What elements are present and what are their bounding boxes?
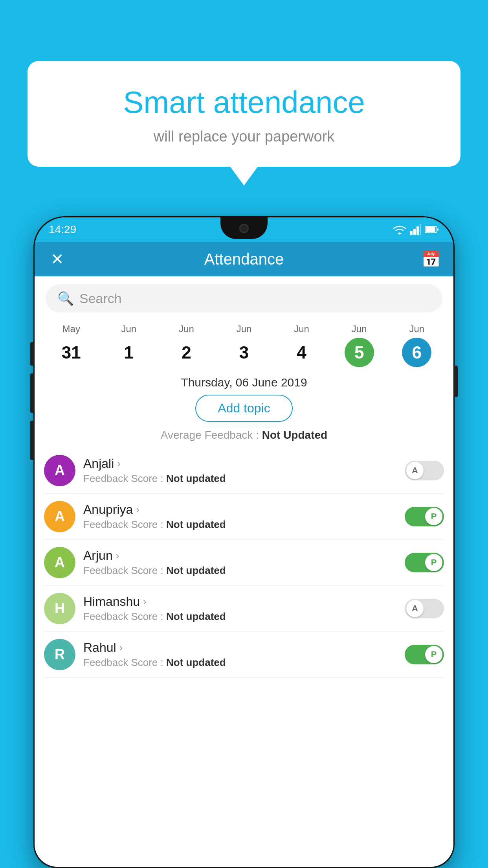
date-item-3[interactable]: Jun3	[215, 324, 273, 367]
toggle-container: P	[405, 553, 444, 572]
phone-screen: 14:29 ✕ Attendan	[35, 217, 453, 867]
date-month: Jun	[158, 324, 215, 335]
date-item-2[interactable]: Jun2	[158, 324, 215, 367]
student-chevron: ›	[117, 458, 121, 470]
toggle-knob: P	[425, 508, 442, 525]
student-chevron: ›	[119, 642, 123, 654]
toggle-knob: P	[425, 646, 442, 663]
student-name[interactable]: Himanshu ›	[83, 594, 397, 609]
toggle-container: P	[405, 645, 444, 664]
student-item: AAnjali ›Feedback Score : Not updatedA	[44, 448, 444, 494]
speech-bubble-container: Smart attendance will replace your paper…	[28, 61, 460, 167]
selected-date-label: Thursday, 06 June 2019	[35, 367, 453, 395]
search-icon: 🔍	[57, 291, 74, 306]
student-feedback: Feedback Score : Not updated	[83, 473, 397, 485]
svg-rect-1	[413, 229, 416, 235]
volume-down-button	[30, 373, 34, 413]
search-bar-container: 🔍 Search	[35, 276, 453, 316]
phone-notch	[220, 217, 268, 239]
student-info: Anupriya ›Feedback Score : Not updated	[83, 502, 397, 531]
svg-rect-0	[410, 231, 413, 235]
toggle-container: A	[405, 461, 444, 480]
svg-rect-3	[420, 224, 421, 235]
front-camera	[239, 224, 249, 233]
student-feedback: Feedback Score : Not updated	[83, 657, 397, 669]
attendance-toggle[interactable]: P	[405, 553, 444, 572]
student-avatar: A	[44, 455, 75, 486]
toggle-knob: A	[406, 462, 424, 479]
avg-feedback-label: Average Feedback :	[161, 429, 259, 441]
phone-frame: 14:29 ✕ Attendan	[33, 216, 455, 868]
status-time: 14:29	[49, 223, 76, 236]
date-month: Jun	[100, 324, 158, 335]
bubble-title: Smart attendance	[47, 85, 441, 120]
student-chevron: ›	[136, 504, 139, 516]
toggle-container: A	[405, 599, 444, 618]
student-chevron: ›	[143, 596, 147, 608]
student-avatar: R	[44, 639, 75, 670]
attendance-toggle[interactable]: A	[405, 599, 444, 618]
svg-rect-2	[416, 226, 419, 235]
date-month: Jun	[215, 324, 273, 335]
battery-icon	[425, 226, 439, 234]
date-month: May	[42, 324, 100, 335]
date-item-4[interactable]: Jun4	[273, 324, 330, 367]
attendance-toggle[interactable]: P	[405, 645, 444, 664]
student-info: Anjali ›Feedback Score : Not updated	[83, 456, 397, 485]
app-title: Attendance	[68, 250, 420, 268]
student-feedback: Feedback Score : Not updated	[83, 565, 397, 577]
date-number: 6	[402, 338, 431, 367]
toggle-knob: P	[425, 554, 442, 571]
signal-icon	[410, 224, 421, 235]
student-list: AAnjali ›Feedback Score : Not updatedAAA…	[35, 448, 453, 678]
date-number: 5	[345, 338, 374, 367]
svg-rect-6	[426, 227, 435, 232]
date-item-31[interactable]: May31	[42, 324, 100, 367]
student-name[interactable]: Anupriya ›	[83, 502, 397, 517]
content-area: 🔍 Search May31Jun1Jun2Jun3Jun4Jun5Jun6 T…	[35, 276, 453, 867]
avg-feedback: Average Feedback : Not Updated	[35, 429, 453, 448]
student-info: Arjun ›Feedback Score : Not updated	[83, 548, 397, 577]
date-item-1[interactable]: Jun1	[100, 324, 158, 367]
volume-up-button	[30, 342, 34, 366]
app-bar: ✕ Attendance 📅	[35, 242, 453, 276]
search-placeholder: Search	[79, 291, 122, 306]
add-topic-button[interactable]: Add topic	[195, 395, 292, 422]
student-item: AArjun ›Feedback Score : Not updatedP	[44, 540, 444, 586]
svg-rect-5	[437, 228, 438, 231]
wifi-icon	[393, 224, 406, 235]
student-item: RRahul ›Feedback Score : Not updatedP	[44, 632, 444, 678]
date-number: 31	[57, 338, 86, 367]
date-month: Jun	[273, 324, 330, 335]
avg-feedback-value: Not Updated	[262, 429, 327, 441]
calendar-button[interactable]: 📅	[420, 250, 442, 268]
student-avatar: H	[44, 593, 75, 624]
student-chevron: ›	[116, 550, 119, 562]
search-bar[interactable]: 🔍 Search	[46, 284, 442, 313]
date-item-6[interactable]: Jun6	[388, 324, 446, 367]
toggle-container: P	[405, 507, 444, 526]
student-avatar: A	[44, 501, 75, 532]
date-month: Jun	[330, 324, 388, 335]
student-avatar: A	[44, 547, 75, 578]
student-info: Rahul ›Feedback Score : Not updated	[83, 640, 397, 669]
student-name[interactable]: Arjun ›	[83, 548, 397, 563]
attendance-toggle[interactable]: A	[405, 461, 444, 480]
date-item-5[interactable]: Jun5	[330, 324, 388, 367]
student-name[interactable]: Anjali ›	[83, 456, 397, 471]
student-feedback: Feedback Score : Not updated	[83, 611, 397, 623]
student-info: Himanshu ›Feedback Score : Not updated	[83, 594, 397, 623]
power-button	[454, 366, 458, 397]
student-name[interactable]: Rahul ›	[83, 640, 397, 655]
attendance-toggle[interactable]: P	[405, 507, 444, 526]
status-icons	[393, 224, 439, 235]
date-number: 1	[114, 338, 143, 367]
bubble-subtitle: will replace your paperwork	[47, 128, 441, 145]
student-feedback: Feedback Score : Not updated	[83, 519, 397, 531]
date-number: 4	[287, 338, 316, 367]
close-button[interactable]: ✕	[46, 250, 68, 268]
date-number: 3	[229, 338, 259, 367]
toggle-knob: A	[406, 600, 424, 617]
date-month: Jun	[388, 324, 446, 335]
date-picker-row: May31Jun1Jun2Jun3Jun4Jun5Jun6	[35, 316, 453, 367]
